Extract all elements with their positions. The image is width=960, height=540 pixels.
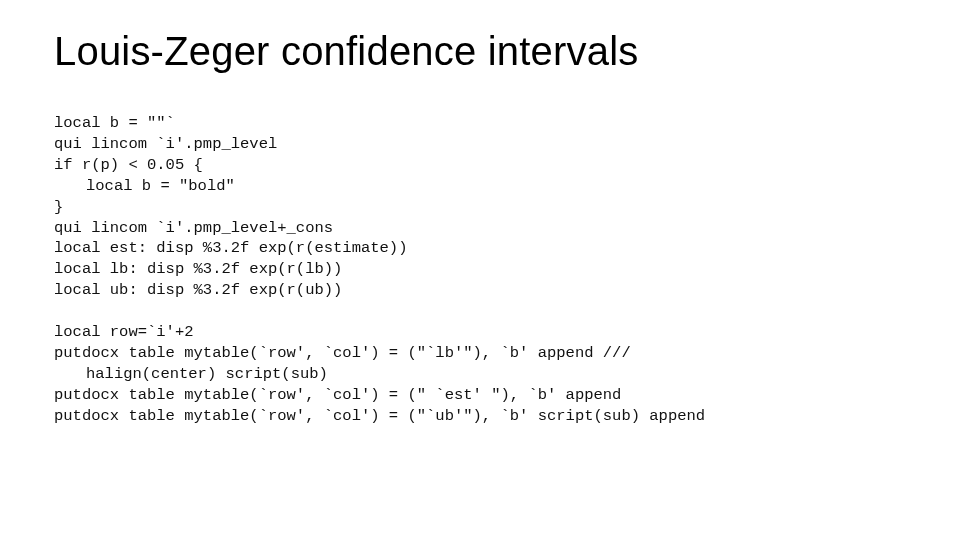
code-line: local est: disp %3.2f exp(r(estimate)) [54,239,407,257]
code-line: local row=`i'+2 [54,323,194,341]
code-line: putdocx table mytable(`row', `col') = ("… [54,344,631,362]
code-line: local ub: disp %3.2f exp(r(ub)) [54,281,342,299]
code-line: local lb: disp %3.2f exp(r(lb)) [54,260,342,278]
code-line: local b = "bold" [54,176,912,197]
slide-title: Louis-Zeger confidence intervals [54,28,912,74]
code-block: local b = ""` qui lincom `i'.pmp_level i… [54,92,912,448]
code-line: putdocx table mytable(`row', `col') = ("… [54,386,621,404]
code-line: halign(center) script(sub) [54,364,912,385]
code-line: } [54,198,63,216]
code-line: local b = ""` [54,114,175,132]
code-line: qui lincom `i'.pmp_level+_cons [54,219,333,237]
slide: Louis-Zeger confidence intervals local b… [0,0,960,540]
code-line: qui lincom `i'.pmp_level [54,135,277,153]
code-line: putdocx table mytable(`row', `col') = ("… [54,407,705,425]
code-line: if r(p) < 0.05 { [54,156,203,174]
